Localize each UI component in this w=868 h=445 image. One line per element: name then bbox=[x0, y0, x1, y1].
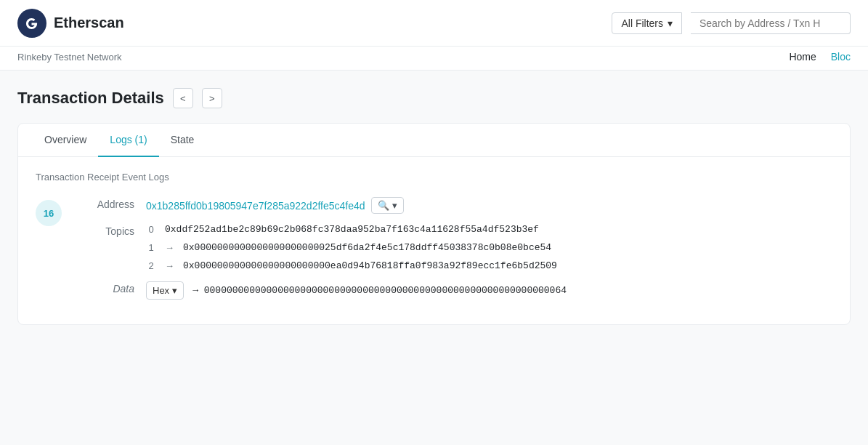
next-button[interactable]: > bbox=[202, 88, 222, 108]
main-content: Transaction Details < > Overview Logs (1… bbox=[0, 71, 868, 428]
topic-row-0: 0 0xddf252ad1be2c89b69c2b068fc378daa952b… bbox=[146, 224, 557, 235]
tab-logs[interactable]: Logs (1) bbox=[98, 124, 158, 157]
search-icon: 🔍 bbox=[378, 200, 389, 211]
data-row: Data Hex ▾ → 000000000000000000000000000… bbox=[76, 281, 832, 300]
log-details: Address 0x1b285ffd0b19805947e7f285a922d2… bbox=[76, 197, 832, 310]
log-number: 16 bbox=[36, 200, 62, 226]
address-search-button[interactable]: 🔍 ▾ bbox=[371, 197, 404, 214]
header-right: All Filters ▾ bbox=[612, 12, 851, 34]
address-link[interactable]: 0x1b285ffd0b19805947e7f285a922d2ffe5c4fe… bbox=[146, 200, 365, 212]
tab-overview[interactable]: Overview bbox=[33, 124, 98, 157]
dropdown-arrow-icon: ▾ bbox=[392, 200, 397, 211]
address-row: Address 0x1b285ffd0b19805947e7f285a922d2… bbox=[76, 197, 832, 214]
topic-index-1: 1 bbox=[146, 242, 156, 253]
nav-home[interactable]: Home bbox=[789, 51, 816, 63]
topic-row-1: 1 → 0x0000000000000000000000025df6da2f4e… bbox=[146, 242, 557, 253]
topic-index-2: 2 bbox=[146, 260, 156, 271]
sub-header: Rinkeby Testnet Network Home Bloc bbox=[0, 47, 868, 71]
filter-label: All Filters bbox=[621, 17, 663, 29]
topic-row-2: 2 → 0x000000000000000000000000ea0d94b768… bbox=[146, 260, 557, 271]
topic-hash-2: 0x000000000000000000000000ea0d94b76818ff… bbox=[183, 260, 557, 271]
topics-row: Topics 0 0xddf252ad1be2c89b69c2b068fc378… bbox=[76, 224, 832, 271]
topic-hash-1: 0x0000000000000000000000025df6da2f4e5c17… bbox=[183, 242, 551, 253]
topics-area: 0 0xddf252ad1be2c89b69c2b068fc378daa952b… bbox=[146, 224, 557, 271]
page-title-area: Transaction Details < > bbox=[17, 88, 851, 108]
header: Etherscan All Filters ▾ bbox=[0, 0, 868, 47]
hex-chevron-icon: ▾ bbox=[172, 285, 177, 296]
hex-label: Hex bbox=[153, 285, 169, 296]
nav-links: Home Bloc bbox=[789, 51, 851, 63]
prev-button[interactable]: < bbox=[173, 88, 193, 108]
topic-arrow-1: → bbox=[165, 242, 174, 253]
address-field-value: 0x1b285ffd0b19805947e7f285a922d2ffe5c4fe… bbox=[146, 197, 404, 214]
data-value: → 00000000000000000000000000000000000000… bbox=[192, 285, 567, 296]
topic-index-0: 0 bbox=[146, 224, 156, 235]
tab-state[interactable]: State bbox=[159, 124, 206, 157]
search-input[interactable] bbox=[691, 12, 851, 34]
card-body: Transaction Receipt Event Logs 16 Addres… bbox=[18, 157, 850, 324]
tabs: Overview Logs (1) State bbox=[18, 124, 850, 157]
receipt-label: Transaction Receipt Event Logs bbox=[36, 172, 832, 183]
address-field-label: Address bbox=[76, 197, 134, 210]
topic-hash-0: 0xddf252ad1be2c89b69c2b068fc378daa952ba7… bbox=[165, 224, 539, 235]
topic-arrow-2: → bbox=[165, 260, 174, 271]
log-entry: 16 Address 0x1b285ffd0b19805947e7f285a92… bbox=[36, 197, 832, 310]
hex-format-dropdown[interactable]: Hex ▾ bbox=[146, 281, 184, 300]
logo-text: Etherscan bbox=[54, 15, 124, 31]
data-field-label: Data bbox=[76, 281, 134, 294]
etherscan-logo-icon bbox=[17, 9, 46, 38]
logo-area: Etherscan bbox=[17, 9, 612, 38]
nav-blocks[interactable]: Bloc bbox=[831, 51, 851, 63]
filter-dropdown[interactable]: All Filters ▾ bbox=[612, 12, 682, 34]
transaction-card: Overview Logs (1) State Transaction Rece… bbox=[17, 123, 851, 325]
page-title: Transaction Details bbox=[17, 89, 164, 108]
chevron-down-icon: ▾ bbox=[668, 17, 673, 29]
network-label: Rinkeby Testnet Network bbox=[17, 52, 122, 63]
topics-field-label: Topics bbox=[76, 224, 134, 237]
data-field-value: Hex ▾ → 00000000000000000000000000000000… bbox=[146, 281, 567, 300]
